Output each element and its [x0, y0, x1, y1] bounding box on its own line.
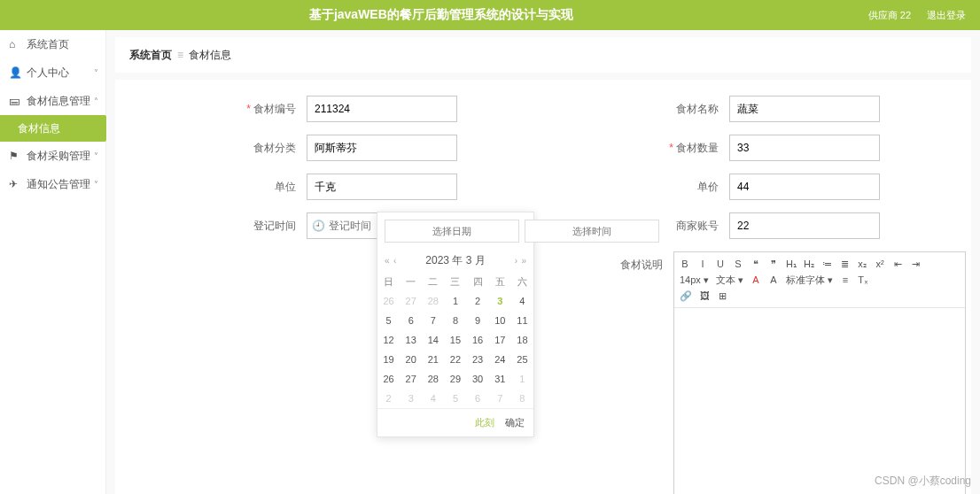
dp-day[interactable]: 10 [489, 311, 511, 330]
dp-day[interactable]: 6 [467, 389, 489, 408]
dp-day[interactable]: 18 [511, 330, 533, 350]
dp-day[interactable]: 6 [400, 311, 422, 330]
dp-day[interactable]: 8 [511, 389, 533, 408]
sidebar-item-notice[interactable]: ✈ 通知公告管理 ˅ [0, 170, 105, 198]
sidebar-item-profile[interactable]: 👤 个人中心 ˅ [0, 58, 105, 87]
dp-day[interactable]: 20 [400, 350, 422, 369]
editor-ol-icon[interactable]: ≔ [821, 256, 832, 272]
sidebar-sub-ingredient-info[interactable]: 食材信息 [0, 115, 105, 142]
editor-align[interactable]: ≡ [840, 272, 851, 288]
editor-body[interactable] [674, 308, 965, 494]
label-register-time: 登记时间 [121, 212, 307, 239]
editor-table-icon[interactable]: ⊞ [717, 288, 727, 304]
dp-day[interactable]: 8 [444, 311, 466, 330]
sidebar-item-label: 食材信息 [18, 122, 60, 135]
chevron-down-icon: ˅ [94, 68, 98, 78]
editor-italic-icon[interactable]: I [697, 256, 708, 272]
dp-day[interactable]: 22 [444, 350, 466, 369]
sidebar-item-purchase[interactable]: ⚑ 食材采购管理 ˅ [0, 142, 105, 170]
breadcrumb-home[interactable]: 系统首页 [129, 48, 172, 63]
dp-day[interactable]: 21 [422, 350, 444, 369]
editor-font-size[interactable]: 14px ▾ [680, 272, 709, 288]
editor-ul-icon[interactable]: ≣ [839, 256, 850, 272]
dp-day[interactable]: 13 [400, 330, 422, 350]
dp-day[interactable]: 24 [489, 350, 511, 369]
dp-next-month[interactable]: › [515, 256, 517, 266]
input-quantity[interactable] [729, 135, 880, 161]
dp-day[interactable]: 14 [422, 330, 444, 350]
dp-day[interactable]: 3 [400, 389, 422, 408]
dp-calendar: 日一二三四五六 26272812345678910111213141516171… [377, 272, 533, 408]
input-merchant-account[interactable] [729, 212, 880, 239]
dp-prev-month[interactable]: ‹ [393, 256, 396, 266]
editor-quote-l-icon[interactable]: ❝ [751, 256, 761, 272]
editor-h2-icon[interactable]: H₂ [804, 256, 814, 272]
dp-day[interactable]: 29 [444, 369, 466, 389]
input-category[interactable] [307, 135, 457, 161]
dp-day[interactable]: 1 [444, 291, 466, 311]
editor-h1-icon[interactable]: H₁ [786, 256, 797, 272]
dp-day[interactable]: 31 [489, 369, 511, 389]
editor-quote-r-icon[interactable]: ❞ [768, 256, 779, 272]
dp-day[interactable]: 1 [511, 369, 533, 389]
dp-day[interactable]: 27 [400, 291, 422, 311]
editor-toolbar: BIUS❝❞H₁H₂≔≣x₂x²⇤⇥ 14px ▾ 文本 ▾ A A 标准字体 … [674, 252, 965, 308]
dp-day[interactable]: 11 [511, 311, 533, 330]
dp-day[interactable]: 2 [377, 389, 400, 408]
input-price[interactable] [729, 174, 880, 200]
dp-ok-button[interactable]: 确定 [505, 416, 525, 429]
editor-image-icon[interactable]: 🖼 [699, 288, 710, 304]
dp-day[interactable]: 16 [467, 330, 489, 350]
dp-day[interactable]: 25 [511, 350, 533, 369]
dp-day[interactable]: 12 [377, 330, 400, 350]
editor-bold-icon[interactable]: B [680, 256, 690, 272]
dp-day[interactable]: 5 [377, 311, 400, 330]
dp-day[interactable]: 19 [377, 350, 400, 369]
dp-prev-year[interactable]: « [385, 256, 390, 266]
dp-day[interactable]: 17 [489, 330, 511, 350]
editor-link-icon[interactable]: 🔗 [680, 288, 692, 304]
dp-day[interactable]: 30 [467, 369, 489, 389]
editor-sup-icon[interactable]: x² [875, 256, 885, 272]
input-ingredient-name[interactable] [729, 96, 880, 122]
editor-sub-icon[interactable]: x₂ [857, 256, 867, 272]
editor-std-font[interactable]: 标准字体 ▾ [786, 272, 833, 288]
dp-time-input[interactable] [525, 220, 659, 243]
dp-day[interactable]: 4 [422, 389, 444, 408]
dp-day[interactable]: 26 [377, 369, 400, 389]
editor-clear[interactable]: Tₓ [858, 272, 868, 288]
sidebar-item-ingredient-mgmt[interactable]: 🖴 食材信息管理 ˄ [0, 87, 105, 115]
dp-day[interactable]: 15 [444, 330, 466, 350]
dp-next-year[interactable]: » [521, 256, 526, 266]
dp-day[interactable]: 9 [467, 311, 489, 330]
editor-bg-color[interactable]: A [768, 272, 779, 288]
dp-day[interactable]: 3 [489, 291, 511, 311]
dp-date-input[interactable] [385, 220, 519, 243]
rich-text-editor: BIUS❝❞H₁H₂≔≣x₂x²⇤⇥ 14px ▾ 文本 ▾ A A 标准字体 … [673, 251, 966, 494]
editor-underline-icon[interactable]: U [715, 256, 726, 272]
dp-day[interactable]: 28 [422, 291, 444, 311]
sidebar-item-home[interactable]: ⌂ 系统首页 [0, 30, 105, 58]
dp-day[interactable]: 7 [422, 311, 444, 330]
dp-now-button[interactable]: 此刻 [475, 416, 494, 429]
dp-day[interactable]: 23 [467, 350, 489, 369]
editor-strike-icon[interactable]: S [733, 256, 743, 272]
label-ingredient-no: *食材编号 [121, 96, 307, 122]
input-ingredient-no[interactable] [307, 96, 457, 122]
editor-text-style[interactable]: 文本 ▾ [716, 272, 743, 288]
logout-link[interactable]: 退出登录 [927, 9, 966, 22]
dp-day[interactable]: 2 [467, 291, 489, 311]
dp-day[interactable]: 27 [400, 369, 422, 389]
chevron-down-icon: ˅ [94, 180, 98, 189]
header-user[interactable]: 供应商 22 [868, 9, 911, 22]
editor-font-color[interactable]: A [751, 272, 761, 288]
dp-day[interactable]: 7 [489, 389, 511, 408]
dp-day[interactable]: 26 [377, 291, 400, 311]
app-header: 基于javaWEB的餐厅后勤管理系统的设计与实现 供应商 22 退出登录 [0, 0, 980, 30]
dp-day[interactable]: 4 [511, 291, 533, 311]
editor-outdent-icon[interactable]: ⇤ [892, 256, 903, 272]
dp-day[interactable]: 28 [422, 369, 444, 389]
input-unit[interactable] [307, 174, 457, 200]
dp-day[interactable]: 5 [444, 389, 466, 408]
editor-indent-icon[interactable]: ⇥ [910, 256, 921, 272]
